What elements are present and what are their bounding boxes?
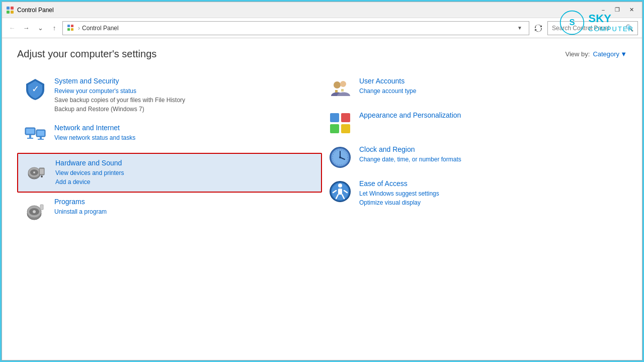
main-content: Adjust your computer's settings View by:… xyxy=(2,38,642,360)
address-bar: ← → ⌄ ↑ › Control Panel ▼ xyxy=(2,18,642,38)
hardware-link1[interactable]: View devices and printers xyxy=(55,168,315,177)
brand-sub: COMPUTER xyxy=(589,25,634,33)
svg-rect-17 xyxy=(40,137,42,139)
system-security-name[interactable]: System and Security xyxy=(54,77,316,85)
svg-rect-34 xyxy=(341,89,344,92)
svg-rect-7 xyxy=(71,25,73,27)
watermark-logo: S xyxy=(559,10,585,35)
ease-access-link2[interactable]: Optimize visual display xyxy=(359,198,621,207)
appearance-name[interactable]: Appearance and Personalization xyxy=(359,111,621,119)
back-button[interactable]: ← xyxy=(6,22,18,34)
system-security-link1[interactable]: Review your computer's status xyxy=(54,86,316,96)
svg-rect-12 xyxy=(26,129,34,134)
ease-access-link1[interactable]: Let Windows suggest settings xyxy=(359,189,621,198)
view-by: View by: Category ▼ xyxy=(565,50,627,58)
breadcrumb-control-panel[interactable]: Control Panel xyxy=(82,25,119,32)
clock-link1[interactable]: Change date, time, or number formats xyxy=(359,155,621,164)
title-bar: Control Panel − ❐ ✕ xyxy=(2,2,642,18)
svg-point-31 xyxy=(334,81,341,88)
hardware-link2[interactable]: Add a device xyxy=(55,177,315,187)
svg-point-47 xyxy=(338,184,342,188)
category-network[interactable]: Network and Internet View network status… xyxy=(17,119,322,153)
programs-link1[interactable]: Uninstall a program xyxy=(54,207,316,216)
svg-point-29 xyxy=(33,210,36,213)
category-appearance[interactable]: Appearance and Personalization xyxy=(322,106,627,140)
watermark-text-group: SKY COMPUTER xyxy=(589,13,634,32)
clock-icon xyxy=(328,145,352,169)
address-breadcrumb: › Control Panel xyxy=(78,25,512,32)
network-name[interactable]: Network and Internet xyxy=(54,124,316,132)
svg-rect-33 xyxy=(335,90,338,93)
network-text: Network and Internet View network status… xyxy=(54,124,316,142)
viewby-chevron-icon: ▼ xyxy=(620,50,627,58)
category-hardware[interactable]: Hardware and Sound View devices and prin… xyxy=(17,153,322,193)
svg-point-25 xyxy=(41,175,43,177)
viewby-value-text: Category xyxy=(593,50,619,58)
ease-access-text: Ease of Access Let Windows suggest setti… xyxy=(359,179,621,207)
svg-rect-6 xyxy=(67,25,70,27)
breadcrumb-separator: › xyxy=(78,25,80,32)
network-icon xyxy=(23,124,47,148)
appearance-icon xyxy=(328,111,352,135)
clock-name[interactable]: Clock and Region xyxy=(359,145,621,153)
recent-button[interactable]: ⌄ xyxy=(34,22,46,34)
svg-text:✓: ✓ xyxy=(32,84,39,94)
viewby-dropdown[interactable]: Category ▼ xyxy=(593,50,627,58)
user-accounts-name[interactable]: User Accounts xyxy=(359,77,621,85)
category-programs[interactable]: Programs Uninstall a program xyxy=(17,193,322,227)
svg-rect-13 xyxy=(29,135,31,138)
category-user-accounts[interactable]: User Accounts Change account type xyxy=(322,72,627,106)
watermark: S SKY COMPUTER xyxy=(559,10,634,35)
svg-rect-4 xyxy=(7,11,10,14)
refresh-button[interactable] xyxy=(531,21,545,35)
ease-access-name[interactable]: Ease of Access xyxy=(359,179,621,188)
user-accounts-text: User Accounts Change account type xyxy=(359,77,621,96)
forward-button[interactable]: → xyxy=(20,22,32,34)
user-accounts-icon xyxy=(328,77,352,101)
svg-rect-30 xyxy=(40,205,43,210)
svg-rect-48 xyxy=(338,189,342,195)
svg-rect-14 xyxy=(27,138,33,139)
hardware-icon xyxy=(24,159,48,183)
viewby-label: View by: xyxy=(565,50,590,58)
left-column: ✓ System and Security Review your comput… xyxy=(17,72,322,227)
svg-text:S: S xyxy=(569,18,575,27)
svg-rect-37 xyxy=(330,124,339,133)
brand-name: SKY xyxy=(589,13,634,25)
up-button[interactable]: ↑ xyxy=(48,22,60,34)
appearance-text: Appearance and Personalization xyxy=(359,111,621,121)
address-icon xyxy=(67,24,75,32)
system-security-text: System and Security Review your computer… xyxy=(54,77,316,114)
svg-rect-9 xyxy=(71,28,73,31)
ease-access-icon xyxy=(328,179,352,204)
category-clock[interactable]: Clock and Region Change date, time, or n… xyxy=(322,140,627,174)
programs-name[interactable]: Programs xyxy=(54,198,316,206)
category-ease-access[interactable]: Ease of Access Let Windows suggest setti… xyxy=(322,174,627,212)
categories-grid: ✓ System and Security Review your comput… xyxy=(17,72,627,227)
svg-rect-8 xyxy=(67,28,70,31)
hardware-name[interactable]: Hardware and Sound xyxy=(55,159,315,167)
svg-point-22 xyxy=(33,171,35,173)
svg-rect-18 xyxy=(38,139,44,140)
svg-rect-38 xyxy=(341,124,350,133)
clock-text: Clock and Region Change date, time, or n… xyxy=(359,145,621,164)
category-system-security[interactable]: ✓ System and Security Review your comput… xyxy=(17,72,322,119)
user-accounts-link1[interactable]: Change account type xyxy=(359,86,621,96)
programs-text: Programs Uninstall a program xyxy=(54,198,316,216)
network-link1[interactable]: View network status and tasks xyxy=(54,133,316,142)
page-header: Adjust your computer's settings View by:… xyxy=(17,48,627,60)
svg-rect-24 xyxy=(40,169,44,174)
address-expand-button[interactable]: ▼ xyxy=(515,22,525,34)
svg-rect-35 xyxy=(330,113,339,122)
svg-rect-5 xyxy=(11,11,14,14)
svg-rect-36 xyxy=(341,113,350,122)
content-area: Adjust your computer's settings View by:… xyxy=(2,38,642,360)
svg-point-32 xyxy=(340,81,346,87)
page-title: Adjust your computer's settings xyxy=(17,48,156,60)
window-icon xyxy=(6,6,14,14)
system-security-icon: ✓ xyxy=(23,77,47,101)
svg-rect-16 xyxy=(37,131,44,136)
svg-rect-3 xyxy=(11,7,14,10)
system-security-desc2: Backup and Restore (Windows 7) xyxy=(54,105,316,114)
window-title: Control Panel xyxy=(17,7,597,14)
